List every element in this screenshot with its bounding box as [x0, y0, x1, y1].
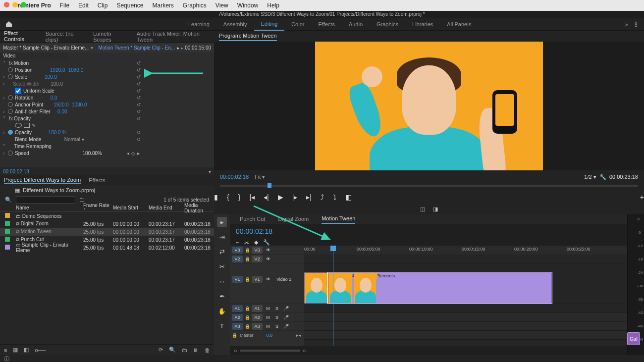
col-media-end[interactable]: Media End — [149, 205, 184, 210]
find-icon[interactable]: 🔍 — [169, 347, 176, 353]
tab-effects[interactable]: Effects — [89, 177, 105, 183]
source-v3[interactable]: V3 — [232, 247, 243, 254]
source-v2[interactable]: V2 — [232, 256, 243, 262]
track-a3[interactable] — [304, 331, 627, 340]
seq-tab-motion[interactable]: Motion Tween — [322, 214, 355, 224]
type-tool-icon[interactable]: T — [217, 321, 227, 331]
play-icon[interactable]: ▶ — [278, 193, 283, 201]
scale-value[interactable]: 100.0 — [45, 74, 57, 80]
twirl-icon[interactable]: › — [3, 109, 8, 114]
comparison-icon[interactable]: ◫ — [420, 206, 425, 214]
mask-ellipse-icon[interactable] — [15, 123, 22, 128]
rotation-value[interactable]: 0.0 — [51, 95, 57, 101]
time-remap-section[interactable]: Time Remapping — [14, 144, 52, 149]
zoom-in-icon[interactable]: ○ — [303, 348, 306, 354]
lock-icon[interactable]: 🔒 — [245, 257, 250, 261]
mute-icon[interactable]: M — [265, 324, 271, 329]
mute-icon[interactable]: M — [265, 315, 271, 320]
lock-icon[interactable]: 🔒 — [232, 333, 237, 338]
opacity-value[interactable]: 100.0 % — [49, 130, 67, 135]
razor-tool-icon[interactable]: ✂ — [217, 261, 227, 271]
voice-icon[interactable]: 🎤 — [282, 306, 289, 311]
zoom-out-icon[interactable]: ○ — [234, 348, 237, 354]
expand-icon[interactable]: ▸◂ — [296, 333, 301, 338]
list-view-icon[interactable]: ≡ — [4, 347, 7, 353]
mute-icon[interactable]: M — [265, 306, 271, 311]
program-viewer[interactable] — [315, 42, 543, 170]
anchor-x[interactable]: 1920.0 — [54, 102, 69, 107]
speed-value[interactable]: 100.00% — [83, 151, 102, 156]
track-v3[interactable] — [304, 255, 627, 263]
col-media-start[interactable]: Media Start — [113, 205, 149, 210]
toggle-output-icon[interactable]: 👁 — [265, 257, 271, 261]
source-a3[interactable]: A3 — [232, 323, 243, 330]
freeform-view-icon[interactable]: ◧ — [24, 347, 29, 353]
playhead-marker[interactable] — [268, 183, 271, 188]
timeline-ruler[interactable]: 00:00 00:00:05:00 00:00:10:00 00:00:15:0… — [304, 246, 627, 255]
source-a2[interactable]: A2 — [232, 314, 243, 321]
window-controls[interactable] — [4, 2, 26, 7]
toggle-output-icon[interactable]: 👁 — [265, 277, 271, 282]
zoom-scrollbar[interactable] — [240, 350, 300, 352]
twirl-icon[interactable]: › — [3, 95, 8, 101]
menu-sequence[interactable]: Sequence — [116, 2, 143, 9]
source-v1[interactable]: V1 — [232, 276, 243, 283]
voice-icon[interactable]: 🎤 — [282, 324, 289, 329]
keyframe-stopwatch-icon[interactable] — [8, 102, 13, 107]
menu-graphics[interactable]: Graphics — [183, 2, 207, 9]
reset-icon[interactable]: ↺ — [137, 81, 141, 87]
clip-sample-1[interactable]: ▪ Sample — [304, 272, 328, 304]
track-select-tool-icon[interactable]: ⇥ — [217, 232, 227, 242]
keyframe-stopwatch-icon[interactable] — [8, 95, 13, 100]
workspace-overflow-icon[interactable]: » — [625, 21, 628, 27]
twirl-icon[interactable]: ˅ — [3, 144, 8, 149]
add-button-icon[interactable]: + — [640, 193, 644, 201]
col-name[interactable]: Name — [14, 205, 83, 210]
reset-icon[interactable]: ↺ — [137, 95, 141, 101]
info-icon[interactable]: ⓘ — [4, 355, 9, 362]
lift-icon[interactable]: ⤴ — [321, 193, 324, 201]
keyframe-stopwatch-icon[interactable] — [8, 67, 13, 72]
project-item[interactable]: ▭ Sample Clip - Envato Eleme25.00 fps00:… — [0, 244, 214, 252]
project-item[interactable]: 🗀 Demo Sequences — [0, 212, 214, 220]
share-icon[interactable]: ⇪ — [633, 20, 639, 28]
linked-sel-icon[interactable]: ⫘ — [244, 239, 249, 245]
lock-icon[interactable]: 🔒 — [245, 306, 250, 311]
target-a3[interactable]: A3 — [252, 323, 263, 330]
program-tc[interactable]: 00:00:02:18 — [220, 174, 249, 180]
safe-margin-icon[interactable]: ◨ — [433, 206, 438, 214]
resolution-select[interactable]: 1/2 ▾ — [584, 174, 596, 180]
home-icon[interactable] — [5, 20, 13, 28]
mask-rect-icon[interactable] — [24, 123, 30, 128]
project-item[interactable]: ⧉ Digital Zoom25.00 fps00:00:00:0000:00:… — [0, 220, 214, 228]
track-a1[interactable] — [304, 313, 627, 322]
seq-tab-digital[interactable]: Digital Zoom — [278, 214, 309, 223]
menu-file[interactable]: File — [60, 2, 69, 9]
position-x[interactable]: 1920.0 — [50, 67, 65, 73]
mark-in-icon[interactable]: { — [227, 193, 229, 201]
next-keyframe-icon[interactable]: ▸ — [137, 151, 140, 156]
fit-select[interactable]: Fit ▾ — [255, 174, 265, 180]
flicker-value[interactable]: 0.00 — [57, 109, 67, 114]
extract-icon[interactable]: ⤵ — [333, 193, 336, 201]
solo-icon[interactable]: S — [273, 324, 280, 329]
menu-clip[interactable]: Clip — [98, 2, 108, 9]
timeline-playhead[interactable] — [333, 246, 333, 346]
track-v2[interactable] — [304, 263, 627, 272]
filter-icon[interactable]: ▾ — [209, 169, 211, 174]
workspace-audio[interactable]: Audio — [342, 18, 370, 30]
fx-badge-icon[interactable]: fx — [8, 116, 14, 121]
twirl-icon[interactable]: › — [3, 81, 8, 87]
tab-source[interactable]: Source: (no clips) — [46, 29, 84, 45]
uniform-scale-checkbox[interactable] — [15, 88, 21, 94]
solo-icon[interactable]: S — [273, 306, 280, 311]
workspace-color[interactable]: Color — [284, 18, 311, 30]
workspace-libraries[interactable]: Libraries — [405, 18, 440, 30]
track-v1[interactable]: ▪ Sample ▪ Sample Clip - Envato Elements — [304, 272, 627, 304]
ec-source-clip[interactable]: Master * Sample Clip - Envato Eleme... — [3, 45, 89, 51]
program-tab[interactable]: Program: Motion Tween — [219, 31, 277, 41]
menu-view[interactable]: View — [215, 2, 228, 9]
prev-keyframe-icon[interactable]: ◂ — [127, 151, 129, 156]
pen-tool-icon[interactable]: ✒ — [217, 291, 227, 301]
source-a1[interactable]: A1 — [232, 305, 243, 312]
